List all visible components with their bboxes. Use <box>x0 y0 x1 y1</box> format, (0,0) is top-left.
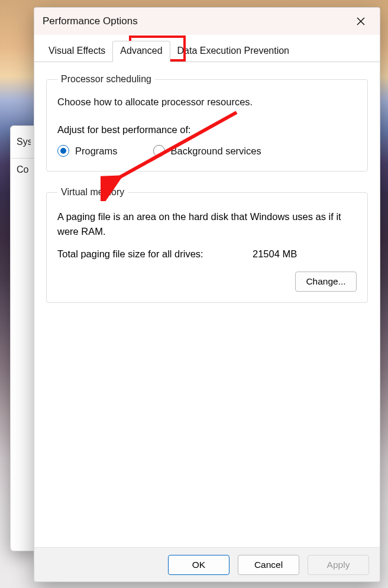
button-label: OK <box>192 560 205 570</box>
virtual-memory-desc: A paging file is an area on the hard dis… <box>57 209 357 239</box>
processor-scheduling-legend: Processor scheduling <box>57 74 155 85</box>
radio-background-services[interactable]: Background services <box>153 145 261 157</box>
bgwin-text-co: Co <box>17 164 31 175</box>
paging-file-row: Total paging file size for all drives: 2… <box>57 248 357 260</box>
adjust-for-best-label: Adjust for best performance of: <box>57 124 357 135</box>
virtual-memory-legend: Virtual memory <box>57 187 128 198</box>
change-button[interactable]: Change... <box>295 272 357 292</box>
tab-label: Data Execution Prevention <box>177 46 289 56</box>
tab-label: Advanced <box>120 46 162 56</box>
processor-scheduling-group: Processor scheduling Choose how to alloc… <box>46 74 368 172</box>
processor-scheduling-desc: Choose how to allocate processor resourc… <box>57 96 357 108</box>
radio-dot-icon <box>153 145 165 157</box>
close-button[interactable] <box>348 12 374 31</box>
radio-dot-icon <box>57 145 69 157</box>
radio-label: Programs <box>75 146 118 157</box>
tab-advanced[interactable]: Advanced <box>112 41 170 62</box>
dialog-footer: OK Cancel Apply <box>34 547 380 581</box>
button-label: Change... <box>306 276 345 287</box>
bgwin-separator <box>11 158 37 159</box>
tab-label: Visual Effects <box>48 46 105 56</box>
close-icon <box>357 17 365 25</box>
radio-label: Background services <box>171 146 261 157</box>
dialog-title: Performance Options <box>43 15 348 27</box>
paging-file-value: 21504 MB <box>253 248 357 260</box>
tab-visual-effects[interactable]: Visual Effects <box>41 41 112 62</box>
ok-button[interactable]: OK <box>168 555 229 575</box>
apply-button[interactable]: Apply <box>308 555 369 575</box>
tab-content: Processor scheduling Choose how to alloc… <box>34 62 380 547</box>
button-label: Apply <box>327 560 350 570</box>
tab-data-execution-prevention[interactable]: Data Execution Prevention <box>170 41 296 62</box>
paging-file-label: Total paging file size for all drives: <box>57 248 253 260</box>
radio-programs[interactable]: Programs <box>57 145 118 157</box>
titlebar: Performance Options <box>34 8 380 35</box>
radio-group: Programs Background services <box>57 145 357 157</box>
tabstrip: Visual Effects Advanced Data Execution P… <box>34 35 380 62</box>
performance-options-dialog: Performance Options Visual Effects Advan… <box>34 7 380 582</box>
button-label: Cancel <box>254 560 283 570</box>
virtual-memory-group: Virtual memory A paging file is an area … <box>46 187 368 303</box>
bgwin-text-sys: Sys <box>17 137 31 147</box>
cancel-button[interactable]: Cancel <box>238 555 299 575</box>
